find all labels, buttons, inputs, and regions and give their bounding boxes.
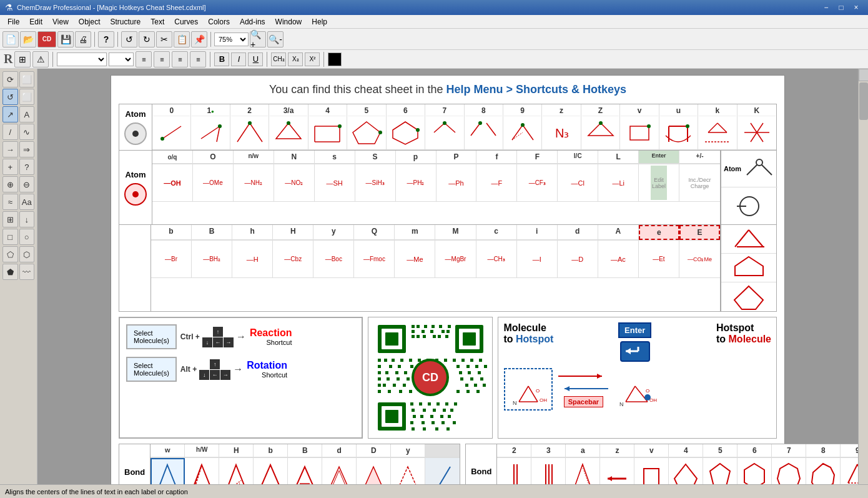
chain-tool[interactable]: ∿ <box>19 124 35 140</box>
query-tool[interactable]: ? <box>19 159 35 175</box>
menu-structure[interactable]: Structure <box>106 16 146 27</box>
open-button[interactable]: 📂 <box>20 31 36 47</box>
align-right-button[interactable]: ≡ <box>172 51 188 67</box>
to-hotspot-label: to Hotspot <box>503 334 553 345</box>
subscript2-button[interactable]: CH₂ <box>271 52 286 66</box>
key-f: f <box>476 151 517 164</box>
new-button[interactable]: 📄 <box>2 31 19 47</box>
warning-button[interactable]: ⚠ <box>32 51 49 67</box>
grid-view-button[interactable]: ⊞ <box>14 51 31 67</box>
svg-point-21 <box>443 121 446 125</box>
menu-window[interactable]: Window <box>270 16 307 27</box>
svg-point-37 <box>686 124 689 128</box>
superscript-button[interactable]: X² <box>305 52 320 66</box>
atom-label-2: Atom <box>119 151 152 224</box>
zoom-tool[interactable]: ⊕ <box>2 176 18 192</box>
lasso-tool[interactable]: ⟳ <box>2 71 18 87</box>
vertical-scrollbar[interactable] <box>858 69 868 484</box>
key-cell-6: 6 <box>387 104 425 150</box>
bond-tool[interactable]: / <box>2 124 18 140</box>
undo-button[interactable]: ↺ <box>121 31 137 47</box>
svg-rect-86 <box>409 359 412 362</box>
svg-rect-105 <box>404 371 407 374</box>
left-toolbox: ⟳ ⬜ ↺ ⬜ ↗ A / ∿ → ⇒ + ? ⊕ ⊖ ≈ Aa <box>0 69 37 484</box>
sep7 <box>323 52 324 67</box>
menu-curves[interactable]: Curves <box>169 16 203 27</box>
italic-button[interactable]: I <box>231 52 246 66</box>
atom-label-1: Atom <box>119 104 152 150</box>
menu-text[interactable]: Text <box>145 16 169 27</box>
rect-tool[interactable]: □ <box>2 229 18 245</box>
text-tool[interactable]: A <box>19 106 35 122</box>
bond-struct-hW <box>185 458 219 484</box>
retro-tool[interactable]: ⇒ <box>19 141 35 157</box>
svg-point-28 <box>521 123 525 127</box>
key-cell-Z: Z <box>581 104 620 150</box>
bond-struct-w <box>150 458 185 484</box>
menu-addins[interactable]: Add-ins <box>235 16 270 27</box>
circle-tool[interactable]: ○ <box>19 229 35 245</box>
sep1 <box>94 32 95 47</box>
print-button[interactable]: 🖨 <box>75 31 91 47</box>
menu-object[interactable]: Object <box>74 16 106 27</box>
zoom2-tool[interactable]: ⊖ <box>19 176 35 192</box>
bold-button[interactable]: B <box>214 52 229 66</box>
svg-rect-85 <box>400 359 403 362</box>
canvas-area[interactable]: You can find this cheat sheet in the Hel… <box>37 69 858 484</box>
text2-tool[interactable]: Aa <box>19 194 35 210</box>
redo-button[interactable]: ↻ <box>139 31 155 47</box>
arrow2-tool[interactable]: → <box>2 141 18 157</box>
svg-marker-181 <box>157 465 179 484</box>
svg-rect-66 <box>417 325 420 328</box>
svg-rect-148 <box>440 415 443 418</box>
menu-view[interactable]: View <box>47 16 74 27</box>
wave2-tool[interactable]: 〰 <box>19 264 35 280</box>
color-picker[interactable] <box>328 52 342 66</box>
svg-line-2 <box>201 126 220 139</box>
status-bar: Aligns the centers of the lines of text … <box>0 484 868 498</box>
align-center-button[interactable]: ≡ <box>154 51 170 67</box>
svg-line-26 <box>523 125 533 140</box>
svg-line-20 <box>445 123 455 132</box>
wavy-tool[interactable]: ≈ <box>2 194 18 210</box>
svg-rect-92 <box>461 359 465 362</box>
font-family-select[interactable] <box>57 52 107 66</box>
struct-H: —H <box>232 241 273 278</box>
arrow-tool[interactable]: ↗ <box>2 106 18 122</box>
copy-button[interactable]: 📋 <box>174 31 190 47</box>
push-tool[interactable]: ↓ <box>19 211 35 227</box>
close-button[interactable]: × <box>849 2 863 13</box>
paste-button[interactable]: 📌 <box>191 31 207 47</box>
pentagon-tool[interactable]: ⬠ <box>2 246 18 262</box>
plus-tool[interactable]: + <box>2 159 18 175</box>
svg-rect-128 <box>388 390 391 393</box>
menu-colors[interactable]: Colors <box>203 16 235 27</box>
hexagon-tool[interactable]: ⬡ <box>19 246 35 262</box>
help-button[interactable]: ? <box>98 31 114 47</box>
save-button[interactable]: 💾 <box>57 31 74 47</box>
zoom-select[interactable]: 25% 50% 75% 100% 150% 200% <box>214 32 249 46</box>
svg-rect-137 <box>436 402 440 406</box>
justify-button[interactable]: ≡ <box>190 51 206 67</box>
restore-button[interactable]: □ <box>834 2 848 13</box>
molecule-to-hotspot: Molecule <box>503 322 553 334</box>
eraser-tool[interactable]: ⬜ <box>19 89 35 105</box>
subscript-button[interactable]: X₂ <box>288 52 303 66</box>
font-size-select[interactable] <box>109 52 134 66</box>
svg-marker-208 <box>777 464 800 485</box>
bond-struct-v2 <box>634 458 669 484</box>
zoom-in-button[interactable]: 🔍+ <box>250 31 266 47</box>
underline-button[interactable]: U <box>248 52 263 66</box>
menu-file[interactable]: File <box>2 16 24 27</box>
cut-button[interactable]: ✂ <box>156 31 172 47</box>
grid-tool[interactable]: ⊞ <box>2 211 18 227</box>
align-left-button[interactable]: ≡ <box>136 51 152 67</box>
menu-edit[interactable]: Edit <box>24 16 47 27</box>
select-tool[interactable]: ⬜ <box>19 71 35 87</box>
zoom-out-button[interactable]: 🔍- <box>267 31 284 47</box>
minimize-button[interactable]: − <box>819 2 833 13</box>
menu-help[interactable]: Help <box>307 16 332 27</box>
struct-edit-label: EditLabel <box>639 164 679 202</box>
rotate-tool[interactable]: ↺ <box>2 89 18 105</box>
poly-tool[interactable]: ⬟ <box>2 264 18 280</box>
